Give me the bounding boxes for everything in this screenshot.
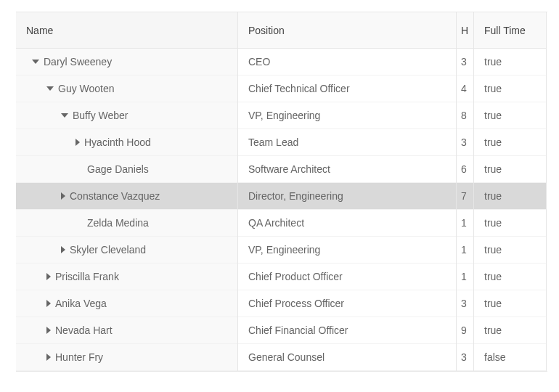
row-h-label: 4 (461, 83, 467, 94)
row-h[interactable]: 4 (457, 75, 473, 102)
expand-icon[interactable] (61, 246, 65, 253)
row-fulltime-label: true (484, 217, 502, 229)
row-position-label: Chief Financial Officer (248, 324, 348, 336)
row-position[interactable]: Chief Process Officer (238, 290, 456, 317)
row-fulltime-label: true (484, 83, 502, 94)
row-position-label: Chief Technical Officer (248, 83, 350, 94)
row-h[interactable]: 1 (457, 210, 473, 237)
header-position[interactable]: Position (238, 12, 456, 49)
column-fulltime: Full Time truetruetruetruetruetruetruetr… (474, 12, 547, 371)
row-position[interactable]: General Counsel (238, 344, 456, 371)
tree-row-name[interactable]: Priscilla Frank (16, 264, 237, 290)
row-fulltime[interactable]: true (474, 317, 546, 344)
row-h-label: 3 (461, 298, 467, 309)
row-h[interactable]: 3 (457, 344, 473, 371)
row-h[interactable]: 9 (457, 317, 473, 344)
row-fulltime[interactable]: true (474, 129, 546, 156)
tree-row-name[interactable]: Hunter Fry (16, 344, 237, 371)
collapse-icon[interactable] (32, 60, 39, 64)
tree-row-name[interactable]: Constance Vazquez (16, 183, 237, 210)
row-h[interactable]: 8 (457, 102, 473, 129)
column-name: Name Daryl SweeneyGuy WootenBuffy WeberH… (16, 12, 238, 371)
row-h-label: 3 (461, 56, 467, 68)
row-fulltime[interactable]: true (474, 102, 546, 129)
expand-icon[interactable] (61, 192, 65, 200)
tree-row-name[interactable]: Daryl Sweeney (16, 49, 237, 75)
row-position[interactable]: Chief Financial Officer (238, 317, 456, 344)
row-fulltime[interactable]: true (474, 75, 546, 102)
row-position[interactable]: VP, Engineering (238, 102, 456, 129)
row-position-label: Chief Process Officer (248, 298, 344, 309)
row-position[interactable]: Director, Engineering (238, 183, 456, 210)
header-fulltime[interactable]: Full Time (474, 12, 546, 49)
row-h-label: 8 (461, 110, 467, 121)
row-name-label: Priscilla Frank (55, 271, 119, 282)
expand-icon[interactable] (46, 300, 51, 307)
row-position-label: General Counsel (248, 351, 325, 363)
row-h-label: 1 (461, 217, 467, 229)
row-fulltime-label: true (484, 136, 502, 148)
row-fulltime[interactable]: true (474, 290, 546, 317)
row-fulltime[interactable]: true (474, 49, 546, 75)
row-position[interactable]: VP, Engineering (238, 237, 456, 264)
header-h-label: H (461, 25, 468, 36)
header-fulltime-label: Full Time (484, 25, 526, 36)
row-h[interactable]: 1 (457, 237, 473, 264)
row-fulltime-label: true (484, 110, 502, 121)
expand-icon[interactable] (46, 327, 51, 334)
row-fulltime[interactable]: true (474, 210, 546, 237)
expand-icon[interactable] (76, 139, 80, 146)
header-name-label: Name (26, 25, 53, 36)
row-fulltime-label: true (484, 298, 502, 309)
row-h[interactable]: 3 (457, 129, 473, 156)
row-fulltime-label: true (484, 271, 502, 282)
row-h-label: 6 (461, 163, 467, 175)
row-fulltime[interactable]: true (474, 264, 546, 290)
row-name-label: Gage Daniels (87, 163, 149, 175)
row-fulltime-label: true (484, 324, 502, 336)
collapse-icon[interactable] (61, 113, 68, 118)
row-name-label: Anika Vega (55, 298, 107, 309)
expand-icon[interactable] (46, 354, 51, 361)
expand-icon[interactable] (46, 273, 51, 280)
leaf-icon (76, 219, 83, 226)
row-position[interactable]: Team Lead (238, 129, 456, 156)
row-position[interactable]: Chief Technical Officer (238, 75, 456, 102)
row-h[interactable]: 7 (457, 183, 473, 210)
tree-row-name[interactable]: Skyler Cleveland (16, 237, 237, 264)
row-h[interactable]: 3 (457, 290, 473, 317)
row-name-label: Buffy Weber (73, 110, 128, 121)
row-fulltime-label: true (484, 56, 502, 68)
row-position[interactable]: Software Architect (238, 156, 456, 183)
tree-row-name[interactable]: Gage Daniels (16, 156, 237, 183)
row-fulltime[interactable]: true (474, 156, 546, 183)
tree-row-name[interactable]: Zelda Medina (16, 210, 237, 237)
row-position-label: CEO (248, 56, 270, 68)
row-position[interactable]: Chief Product Officer (238, 264, 456, 290)
row-fulltime-label: true (484, 190, 502, 202)
row-fulltime[interactable]: true (474, 183, 546, 210)
tree-row-name[interactable]: Hyacinth Hood (16, 129, 237, 156)
row-position[interactable]: CEO (238, 49, 456, 75)
row-fulltime[interactable]: false (474, 344, 546, 371)
tree-row-name[interactable]: Anika Vega (16, 290, 237, 317)
row-name-label: Daryl Sweeney (44, 56, 112, 68)
header-h[interactable]: H (457, 12, 473, 49)
row-h-label: 1 (461, 244, 467, 256)
column-position: Position CEOChief Technical OfficerVP, E… (238, 12, 457, 371)
row-h[interactable]: 6 (457, 156, 473, 183)
header-name[interactable]: Name (16, 12, 237, 49)
row-h-label: 3 (461, 136, 467, 148)
row-h[interactable]: 1 (457, 264, 473, 290)
header-position-label: Position (248, 25, 285, 36)
row-h[interactable]: 3 (457, 49, 473, 75)
row-position-label: Director, Engineering (248, 190, 343, 202)
row-name-label: Zelda Medina (87, 217, 149, 229)
tree-row-name[interactable]: Nevada Hart (16, 317, 237, 344)
collapse-icon[interactable] (46, 86, 54, 91)
tree-row-name[interactable]: Buffy Weber (16, 102, 237, 129)
tree-row-name[interactable]: Guy Wooten (16, 75, 237, 102)
row-position[interactable]: QA Architect (238, 210, 456, 237)
row-h-label: 9 (461, 324, 467, 336)
row-fulltime[interactable]: true (474, 237, 546, 264)
